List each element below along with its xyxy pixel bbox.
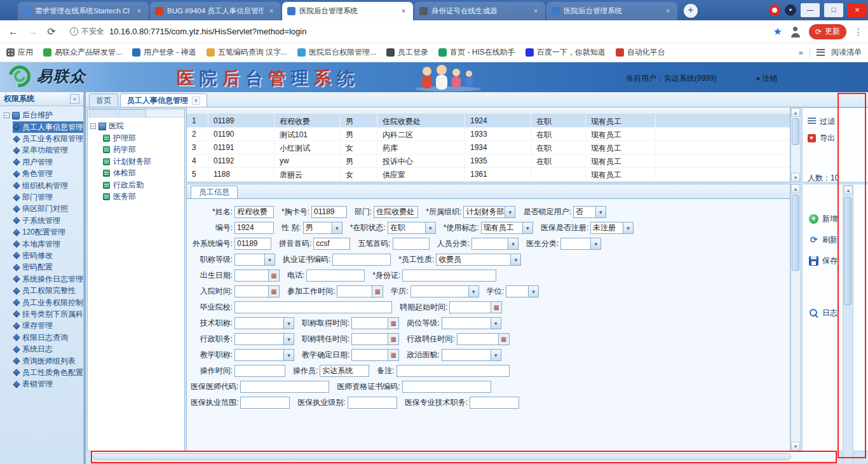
tab-close-icon[interactable]: × — [531, 7, 540, 16]
field-value[interactable] — [351, 349, 388, 361]
field-text[interactable]: ccsf — [313, 238, 350, 250]
clipped-tab[interactable] — [118, 109, 146, 117]
field-value[interactable] — [234, 317, 284, 329]
dropdown-icon[interactable]: ▾ — [284, 317, 294, 329]
field-value[interactable] — [442, 349, 491, 361]
field-value[interactable] — [470, 397, 519, 409]
field-value[interactable]: 计划财务部 — [463, 206, 505, 218]
field-value[interactable]: 住院收费处 — [374, 206, 418, 218]
table-row[interactable]: 51188唐丽云女供应室1361现有员工 — [187, 168, 790, 181]
field-date[interactable]: ▦ — [351, 317, 399, 329]
field-text[interactable]: 01189 — [234, 238, 271, 250]
table-row[interactable]: 301191小红测试女药库1934在职现有员工 — [187, 141, 790, 154]
browser-tab[interactable]: 身份证号在线生成器× — [414, 2, 545, 20]
sidebar-item[interactable]: 用户管理 — [13, 156, 83, 168]
maximize-button[interactable]: □ — [824, 3, 843, 17]
field-value[interactable] — [234, 270, 269, 282]
field-date[interactable]: ▦ — [234, 285, 280, 297]
table-row[interactable]: 401192yw男投诉中心1935在职现有员工 — [187, 154, 790, 168]
field-text[interactable]: 01189 — [311, 206, 347, 218]
table-row[interactable]: 201190测试101男内科二区1933在职现有员工 — [187, 128, 790, 141]
orgtree-item[interactable]: 药学部 — [103, 144, 184, 156]
field-text[interactable] — [240, 381, 329, 393]
field-value[interactable]: 收费员 — [436, 254, 511, 266]
filter-button[interactable]: 过滤 — [808, 113, 868, 130]
field-value[interactable] — [397, 365, 510, 377]
field-text[interactable]: 1924 — [234, 222, 274, 234]
bookmark-item[interactable]: 自动化平台 — [616, 47, 665, 58]
field-text[interactable] — [348, 397, 397, 409]
field-value[interactable] — [234, 285, 269, 297]
field-value[interactable]: 在职 — [388, 222, 426, 234]
reload-icon[interactable]: ⟳ — [44, 25, 58, 38]
action-add-button[interactable]: 新增 — [809, 211, 868, 226]
content-tab[interactable]: 首页 — [89, 93, 118, 107]
field-select[interactable]: ▾ — [234, 254, 275, 266]
field-text[interactable] — [234, 365, 285, 377]
dropdown-icon[interactable]: ▾ — [469, 285, 479, 297]
sidebar-collapse-icon[interactable]: « — [70, 94, 79, 104]
field-value[interactable] — [306, 270, 365, 282]
scroll-up-icon[interactable]: ▲ — [844, 186, 853, 194]
field-select[interactable]: 男▾ — [303, 222, 342, 234]
sidebar-item[interactable]: 菜单功能管理 — [13, 145, 83, 156]
field-value[interactable] — [506, 285, 529, 297]
orgtree-item[interactable]: 计划财务部 — [103, 156, 184, 168]
sidebar-item[interactable]: 员工性质角色配置 — [13, 367, 83, 378]
bookmark-item[interactable]: 百度一下，你就知道 — [526, 47, 606, 58]
sidebar-item[interactable]: 挂号类别下所属科室 — [13, 308, 83, 320]
field-date[interactable]: ▦ — [351, 333, 399, 345]
calendar-icon[interactable]: ▦ — [388, 317, 399, 329]
dropdown-icon[interactable]: ▾ — [508, 238, 519, 250]
field-text[interactable]: 实达系统 — [320, 365, 369, 377]
field-value[interactable] — [351, 317, 388, 329]
dropdown-icon[interactable]: ▾ — [505, 206, 515, 218]
sidebar-item[interactable]: 系统操作日志管理 — [13, 273, 83, 285]
bookmark-item[interactable]: 首页 - HIS在线助手 — [438, 47, 515, 58]
field-value[interactable] — [234, 365, 285, 377]
dropdown-icon[interactable]: ▾ — [523, 222, 533, 234]
dropdown-icon[interactable]: ▾ — [511, 254, 521, 266]
address-bar[interactable]: i 不安全 10.16.0.80:7715/com.ylz.his/HisSer… — [64, 23, 768, 40]
dropdown-icon[interactable]: ▾ — [284, 333, 294, 345]
back-icon[interactable]: ← — [6, 26, 20, 38]
logout-button[interactable]: ◆ 注销 — [756, 73, 777, 84]
field-text[interactable] — [397, 365, 510, 377]
field-value[interactable] — [560, 238, 591, 250]
calendar-icon[interactable]: ▦ — [372, 285, 383, 297]
sidebar-item[interactable]: 权限日志查询 — [13, 332, 83, 343]
action-save-button[interactable]: 保存 — [809, 253, 868, 268]
field-value[interactable] — [449, 301, 491, 313]
new-tab-button[interactable]: + — [684, 4, 698, 18]
field-value[interactable]: 现有员工 — [481, 222, 523, 234]
table-row[interactable]: 101189程程收费男住院收费处1924在职现有员工 — [187, 114, 790, 128]
sidebar-item[interactable]: 组织机构管理 — [13, 180, 83, 191]
bookmark-item[interactable]: 医院后台权限管理... — [297, 47, 376, 58]
field-value[interactable] — [240, 381, 329, 393]
field-value[interactable] — [240, 397, 290, 409]
field-select[interactable]: ▾ — [442, 349, 501, 361]
field-date[interactable]: ▦ — [351, 349, 399, 361]
sidebar-item[interactable]: 员工权限完整性 — [13, 285, 83, 296]
dropdown-icon[interactable]: ▾ — [491, 349, 501, 361]
action-refresh-button[interactable]: 刷新 — [809, 232, 868, 247]
orgtree-item[interactable]: 医务部 — [103, 191, 184, 203]
field-value[interactable] — [234, 349, 284, 361]
dropdown-icon[interactable]: ▾ — [265, 254, 275, 266]
field-select[interactable]: 在职▾ — [388, 222, 436, 234]
browser-menu-icon[interactable]: ⋮ — [854, 27, 862, 37]
field-value[interactable]: 否 — [573, 206, 596, 218]
orgtree-item[interactable]: 行政后勤 — [103, 179, 184, 191]
browser-tab[interactable]: BUG #9404 员工人事信息管理× — [150, 2, 281, 20]
close-button[interactable]: × — [848, 3, 867, 17]
field-text[interactable] — [470, 397, 519, 409]
calendar-icon[interactable]: ▦ — [269, 285, 280, 297]
sidebar-root-node[interactable]: − 后台维护 — [4, 109, 83, 121]
sidebar-item[interactable]: 密码修改 — [13, 250, 83, 261]
orgtree-root[interactable]: − 医院 — [88, 120, 184, 132]
field-value[interactable] — [348, 397, 397, 409]
page-scrollbar[interactable]: ▲ ▼ — [843, 185, 853, 464]
field-date[interactable]: ▦ — [234, 270, 280, 282]
bookmark-item[interactable]: 五笔编码查询 汉字... — [207, 47, 287, 58]
field-value[interactable]: ccsf — [313, 238, 350, 250]
